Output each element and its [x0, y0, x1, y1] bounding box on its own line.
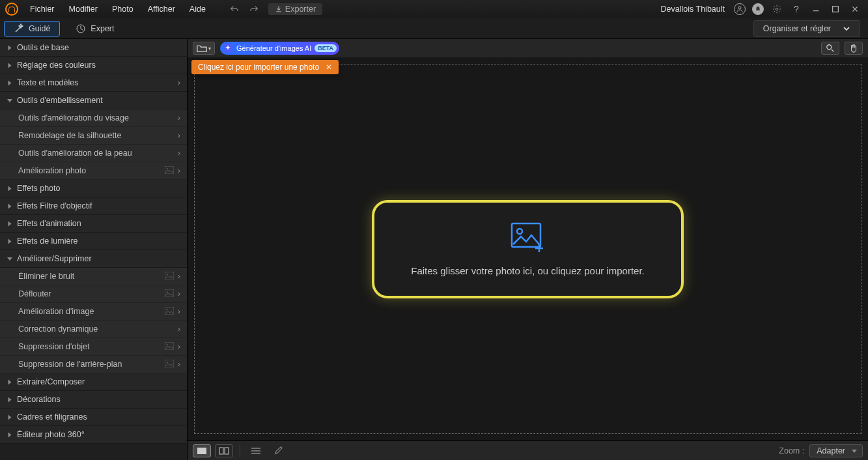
help-icon[interactable]: ?: [789, 3, 804, 16]
ai-generator-button[interactable]: Générateur d'images AI BETA: [220, 42, 339, 55]
expand-arrow-icon: [7, 255, 13, 262]
sidebar: Outils de baseRéglage des couleursTexte …: [0, 39, 188, 460]
menu-afficher[interactable]: Afficher: [143, 3, 180, 16]
zoom-select[interactable]: Adapter: [809, 444, 863, 457]
sidebar-item[interactable]: Extraire/Composer: [0, 373, 187, 391]
export-label: Exporter: [285, 5, 316, 14]
export-button[interactable]: Exporter: [268, 3, 322, 15]
list-button[interactable]: [247, 444, 265, 457]
chevron-right-icon: ›: [174, 289, 180, 298]
sidebar-item[interactable]: Outils d'amélioration de la peau›: [0, 145, 187, 162]
sidebar-item[interactable]: Suppression de l'arrière-plan›: [0, 356, 187, 373]
svg-rect-14: [165, 360, 174, 367]
ai-badge-icon: [161, 166, 174, 176]
sidebar-item[interactable]: Améliorer/Supprimer: [0, 250, 187, 268]
sidebar-item[interactable]: Cadres et filigranes: [0, 409, 187, 426]
menu-fichier[interactable]: Fichier: [25, 3, 60, 16]
sidebar-item[interactable]: Réglage des couleurs: [0, 57, 187, 74]
zoom-value: Adapter: [817, 446, 845, 455]
svg-rect-4: [165, 166, 174, 174]
zoom-tool-button[interactable]: [821, 42, 839, 55]
sidebar-item[interactable]: Suppression d'objet›: [0, 338, 187, 356]
sidebar-item[interactable]: Outils d'amélioration du visage›: [0, 109, 187, 127]
sidebar-item[interactable]: Correction dynamique›: [0, 321, 187, 338]
sidebar-item-label: Texte et modèles: [17, 78, 174, 87]
settings-icon[interactable]: [769, 3, 785, 16]
sidebar-item[interactable]: Éliminer le bruit›: [0, 268, 187, 285]
open-folder-button[interactable]: ▾: [193, 42, 215, 55]
sidebar-item[interactable]: Effets d'animation: [0, 215, 187, 233]
bell-icon[interactable]: [752, 3, 764, 15]
svg-point-16: [827, 45, 832, 50]
undo-button[interactable]: [227, 3, 242, 16]
sidebar-item[interactable]: Effets Filtre d'objectif: [0, 197, 187, 215]
sidebar-item[interactable]: Amélioration d'image›: [0, 303, 187, 321]
import-box[interactable]: Faites glisser votre photo ici, ou cliqu…: [372, 200, 684, 298]
sidebar-item-label: Remodelage de la silhouette: [18, 131, 174, 140]
mode-guided-button[interactable]: Guidé: [4, 21, 60, 36]
menu-modifier[interactable]: Modifier: [64, 3, 103, 16]
close-button[interactable]: [847, 3, 863, 16]
sidebar-item-label: Cadres et filigranes: [17, 412, 180, 422]
expand-arrow-icon: [7, 203, 13, 209]
svg-rect-12: [165, 342, 174, 350]
ai-badge-icon: [161, 307, 174, 317]
svg-rect-2: [833, 7, 839, 12]
sidebar-item[interactable]: Déflouter›: [0, 285, 187, 303]
expand-arrow-icon: [7, 238, 13, 244]
bottom-bar: Zoom : Adapter: [188, 440, 868, 460]
svg-point-15: [167, 362, 168, 363]
sidebar-item[interactable]: Effets de lumière: [0, 233, 187, 250]
view-split-button[interactable]: [215, 444, 233, 457]
svg-rect-10: [165, 307, 174, 315]
dropdown-caret-icon: ▾: [208, 46, 211, 51]
chevron-right-icon: ›: [174, 166, 180, 175]
tooltip-close-button[interactable]: ✕: [326, 63, 332, 72]
sidebar-item-label: Réglage des couleurs: [17, 61, 180, 70]
pan-tool-button[interactable]: [845, 42, 863, 55]
sidebar-item[interactable]: Éditeur photo 360°: [0, 426, 187, 444]
expand-arrow-icon: [7, 62, 13, 68]
user-name: Devallois Thibault: [661, 5, 725, 14]
hand-icon: [849, 44, 858, 53]
sidebar-item[interactable]: Effets photo: [0, 180, 187, 197]
svg-point-7: [167, 274, 168, 275]
chevron-right-icon: ›: [174, 272, 180, 281]
mode-expert-button[interactable]: Expert: [66, 22, 123, 36]
brush-button[interactable]: [269, 444, 287, 457]
svg-rect-19: [197, 448, 206, 454]
sidebar-item[interactable]: Outils de base: [0, 39, 187, 57]
sidebar-item-label: Éditeur photo 360°: [17, 430, 180, 439]
view-single-button[interactable]: [193, 444, 211, 457]
sidebar-item[interactable]: Outils d'embellissement: [0, 92, 187, 109]
menu-photo[interactable]: Photo: [107, 3, 139, 16]
titlebar: Fichier Modifier Photo Afficher Aide Exp…: [0, 0, 868, 18]
menu-aide[interactable]: Aide: [184, 3, 211, 16]
svg-point-1: [776, 8, 778, 10]
sidebar-item[interactable]: Amélioration photo›: [0, 162, 187, 180]
svg-point-13: [167, 344, 168, 345]
mode-bar: Guidé Expert Organiser et régler: [0, 18, 868, 39]
maximize-button[interactable]: [828, 3, 843, 16]
sidebar-item-label: Décorations: [17, 395, 180, 404]
chevron-right-icon: ›: [174, 113, 180, 122]
wand-icon: [14, 23, 24, 34]
folder-icon: [197, 44, 207, 53]
canvas-dropzone[interactable]: Faites glisser votre photo ici, ou cliqu…: [194, 64, 861, 434]
organiser-button[interactable]: Organiser et régler: [753, 20, 860, 37]
expand-arrow-icon: [7, 379, 13, 385]
sidebar-item[interactable]: Texte et modèles›: [0, 74, 187, 92]
mode-guided-label: Guidé: [29, 24, 50, 33]
sidebar-item-label: Effets de lumière: [17, 237, 180, 246]
sidebar-item[interactable]: Décorations: [0, 391, 187, 409]
chevron-right-icon: ›: [174, 149, 180, 158]
sidebar-item-label: Amélioration photo: [18, 166, 161, 175]
minimize-button[interactable]: [808, 3, 824, 16]
redo-button[interactable]: [246, 3, 262, 16]
expand-arrow-icon: [7, 431, 13, 438]
ai-badge-icon: [161, 360, 174, 369]
user-icon[interactable]: [734, 3, 746, 15]
ai-badge-icon: [161, 272, 174, 281]
ai-label: Générateur d'images AI: [236, 44, 311, 52]
sidebar-item[interactable]: Remodelage de la silhouette›: [0, 127, 187, 145]
